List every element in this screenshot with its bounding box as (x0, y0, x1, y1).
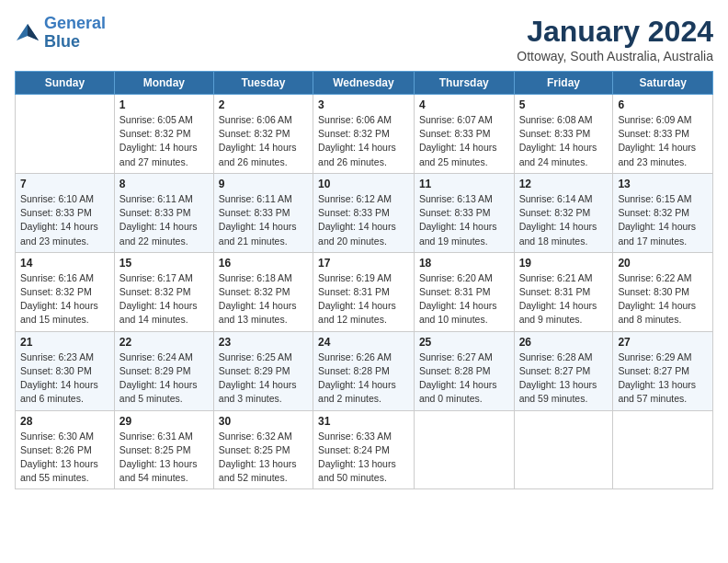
day-number: 23 (219, 336, 308, 349)
day-content: Sunrise: 6:10 AMSunset: 8:33 PMDaylight:… (20, 192, 109, 248)
day-number: 8 (119, 178, 209, 190)
day-number: 21 (20, 336, 109, 349)
day-number: 4 (419, 98, 509, 111)
weekday-header: Saturday (613, 72, 713, 95)
day-content: Sunrise: 6:28 AMSunset: 8:27 PMDaylight:… (519, 350, 609, 407)
calendar-cell: 8Sunrise: 6:11 AMSunset: 8:33 PMDaylight… (114, 173, 213, 252)
day-content: Sunrise: 6:24 AMSunset: 8:29 PMDaylight:… (119, 350, 209, 407)
calendar-cell: 19Sunrise: 6:21 AMSunset: 8:31 PMDayligh… (514, 252, 613, 331)
svg-marker-1 (28, 24, 39, 40)
calendar-cell: 27Sunrise: 6:29 AMSunset: 8:27 PMDayligh… (613, 331, 713, 410)
calendar-week-row: 28Sunrise: 6:30 AMSunset: 8:26 PMDayligh… (16, 410, 713, 489)
calendar-cell: 16Sunrise: 6:18 AMSunset: 8:32 PMDayligh… (213, 252, 313, 331)
calendar-cell: 17Sunrise: 6:19 AMSunset: 8:31 PMDayligh… (313, 252, 415, 331)
calendar-cell: 15Sunrise: 6:17 AMSunset: 8:32 PMDayligh… (114, 252, 213, 331)
day-number: 31 (318, 415, 409, 428)
logo: General Blue (15, 15, 106, 52)
day-number: 7 (20, 178, 109, 190)
logo-icon (15, 20, 40, 46)
day-number: 18 (419, 257, 509, 270)
day-number: 20 (618, 257, 708, 270)
calendar-cell: 7Sunrise: 6:10 AMSunset: 8:33 PMDaylight… (16, 173, 115, 252)
day-number: 1 (119, 98, 209, 111)
day-content: Sunrise: 6:25 AMSunset: 8:29 PMDaylight:… (219, 350, 308, 407)
title-area: January 2024 Ottoway, South Australia, A… (517, 15, 713, 63)
day-content: Sunrise: 6:33 AMSunset: 8:24 PMDaylight:… (318, 430, 409, 486)
day-number: 3 (318, 98, 409, 111)
day-content: Sunrise: 6:29 AMSunset: 8:27 PMDaylight:… (618, 350, 708, 407)
calendar-week-row: 14Sunrise: 6:16 AMSunset: 8:32 PMDayligh… (16, 252, 713, 331)
day-number: 28 (20, 415, 109, 428)
day-number: 24 (318, 336, 409, 349)
day-content: Sunrise: 6:21 AMSunset: 8:31 PMDaylight:… (519, 271, 609, 327)
day-content: Sunrise: 6:23 AMSunset: 8:30 PMDaylight:… (20, 350, 109, 407)
day-number: 12 (519, 178, 609, 190)
day-content: Sunrise: 6:08 AMSunset: 8:33 PMDaylight:… (519, 113, 609, 169)
weekday-header-row: SundayMondayTuesdayWednesdayThursdayFrid… (16, 72, 713, 95)
day-number: 29 (119, 415, 209, 428)
weekday-header: Monday (114, 72, 213, 95)
calendar-cell: 31Sunrise: 6:33 AMSunset: 8:24 PMDayligh… (313, 410, 415, 489)
calendar-cell: 1Sunrise: 6:05 AMSunset: 8:32 PMDaylight… (114, 95, 213, 174)
day-number: 16 (219, 257, 308, 270)
day-content: Sunrise: 6:20 AMSunset: 8:31 PMDaylight:… (419, 271, 509, 327)
day-content: Sunrise: 6:31 AMSunset: 8:25 PMDaylight:… (119, 430, 209, 486)
day-content: Sunrise: 6:14 AMSunset: 8:32 PMDaylight:… (519, 192, 609, 248)
calendar-cell: 30Sunrise: 6:32 AMSunset: 8:25 PMDayligh… (213, 410, 313, 489)
location-subtitle: Ottoway, South Australia, Australia (517, 49, 713, 63)
weekday-header: Friday (514, 72, 613, 95)
day-content: Sunrise: 6:06 AMSunset: 8:32 PMDaylight:… (219, 113, 308, 169)
calendar-cell: 10Sunrise: 6:12 AMSunset: 8:33 PMDayligh… (313, 173, 415, 252)
calendar-cell: 21Sunrise: 6:23 AMSunset: 8:30 PMDayligh… (16, 331, 115, 410)
day-number: 17 (318, 257, 409, 270)
calendar-cell: 26Sunrise: 6:28 AMSunset: 8:27 PMDayligh… (514, 331, 613, 410)
day-content: Sunrise: 6:30 AMSunset: 8:26 PMDaylight:… (20, 430, 109, 486)
calendar-table: SundayMondayTuesdayWednesdayThursdayFrid… (15, 71, 713, 489)
calendar-cell: 22Sunrise: 6:24 AMSunset: 8:29 PMDayligh… (114, 331, 213, 410)
day-content: Sunrise: 6:11 AMSunset: 8:33 PMDaylight:… (119, 192, 209, 248)
calendar-cell: 28Sunrise: 6:30 AMSunset: 8:26 PMDayligh… (16, 410, 115, 489)
day-content: Sunrise: 6:05 AMSunset: 8:32 PMDaylight:… (119, 113, 209, 169)
day-content: Sunrise: 6:11 AMSunset: 8:33 PMDaylight:… (219, 192, 308, 248)
weekday-header: Thursday (414, 72, 514, 95)
day-content: Sunrise: 6:16 AMSunset: 8:32 PMDaylight:… (20, 271, 109, 327)
day-number: 25 (419, 336, 509, 349)
calendar-cell: 2Sunrise: 6:06 AMSunset: 8:32 PMDaylight… (213, 95, 313, 174)
calendar-cell: 18Sunrise: 6:20 AMSunset: 8:31 PMDayligh… (414, 252, 514, 331)
day-content: Sunrise: 6:19 AMSunset: 8:31 PMDaylight:… (318, 271, 409, 327)
weekday-header: Tuesday (213, 72, 313, 95)
weekday-header: Sunday (16, 72, 115, 95)
day-number: 27 (618, 336, 708, 349)
day-content: Sunrise: 6:15 AMSunset: 8:32 PMDaylight:… (618, 192, 708, 248)
calendar-cell: 5Sunrise: 6:08 AMSunset: 8:33 PMDaylight… (514, 95, 613, 174)
calendar-cell (613, 410, 713, 489)
day-number: 13 (618, 178, 708, 190)
day-number: 5 (519, 98, 609, 111)
calendar-week-row: 1Sunrise: 6:05 AMSunset: 8:32 PMDaylight… (16, 95, 713, 174)
day-number: 22 (119, 336, 209, 349)
day-content: Sunrise: 6:18 AMSunset: 8:32 PMDaylight:… (219, 271, 308, 327)
calendar-cell (514, 410, 613, 489)
calendar-week-row: 7Sunrise: 6:10 AMSunset: 8:33 PMDaylight… (16, 173, 713, 252)
day-number: 10 (318, 178, 409, 190)
calendar-cell: 29Sunrise: 6:31 AMSunset: 8:25 PMDayligh… (114, 410, 213, 489)
calendar-cell: 12Sunrise: 6:14 AMSunset: 8:32 PMDayligh… (514, 173, 613, 252)
day-content: Sunrise: 6:06 AMSunset: 8:32 PMDaylight:… (318, 113, 409, 169)
day-content: Sunrise: 6:09 AMSunset: 8:33 PMDaylight:… (618, 113, 708, 169)
calendar-cell: 14Sunrise: 6:16 AMSunset: 8:32 PMDayligh… (16, 252, 115, 331)
calendar-cell: 6Sunrise: 6:09 AMSunset: 8:33 PMDaylight… (613, 95, 713, 174)
logo-text: General Blue (44, 15, 106, 52)
day-number: 19 (519, 257, 609, 270)
day-number: 15 (119, 257, 209, 270)
day-content: Sunrise: 6:13 AMSunset: 8:33 PMDaylight:… (419, 192, 509, 248)
header: General Blue January 2024 Ottoway, South… (15, 15, 713, 63)
calendar-cell: 4Sunrise: 6:07 AMSunset: 8:33 PMDaylight… (414, 95, 514, 174)
day-number: 2 (219, 98, 308, 111)
day-content: Sunrise: 6:17 AMSunset: 8:32 PMDaylight:… (119, 271, 209, 327)
day-number: 30 (219, 415, 308, 428)
day-number: 9 (219, 178, 308, 190)
day-number: 26 (519, 336, 609, 349)
calendar-week-row: 21Sunrise: 6:23 AMSunset: 8:30 PMDayligh… (16, 331, 713, 410)
calendar-cell: 25Sunrise: 6:27 AMSunset: 8:28 PMDayligh… (414, 331, 514, 410)
calendar-cell (16, 95, 115, 174)
